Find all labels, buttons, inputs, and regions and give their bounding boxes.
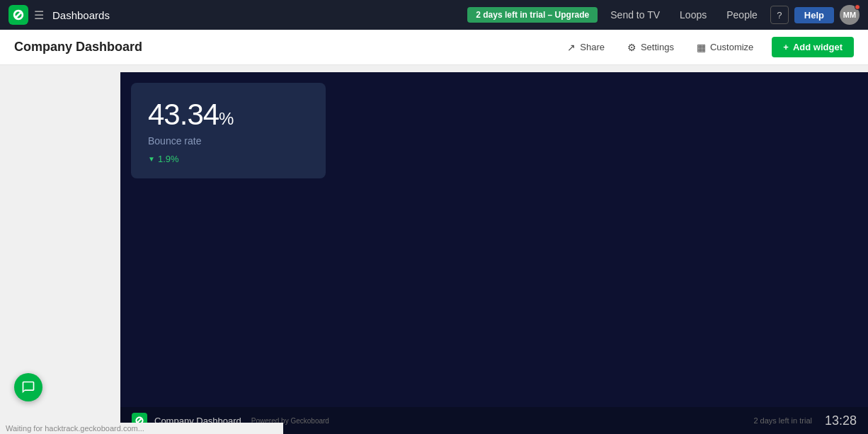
widget-change: ▼ 1.9% (148, 154, 309, 164)
footer-trial-text: 2 days left in trial (753, 416, 812, 425)
down-arrow-icon: ▼ (148, 155, 155, 163)
status-bar: Waiting for hacktrack.geckoboard.com... (0, 423, 283, 434)
logo (8, 5, 28, 25)
help-icon-button[interactable]: ? (770, 6, 789, 24)
settings-icon: ⚙ (627, 42, 636, 53)
widget-value: 43.34% (148, 100, 309, 130)
help-button[interactable]: Help (794, 7, 834, 23)
footer-time: 13:28 (825, 413, 857, 428)
sub-header: Company Dashboard ↗ Share ⚙ Settings ▦ C… (0, 30, 868, 65)
customize-button[interactable]: ▦ Customize (687, 38, 763, 57)
dashboard-area: 43.34% Bounce rate ▼ 1.9% Company Dashbo… (120, 72, 868, 434)
widget-label: Bounce rate (148, 135, 309, 147)
widget-unit: % (219, 109, 233, 128)
settings-button[interactable]: ⚙ Settings (617, 38, 684, 57)
share-button[interactable]: ↗ Share (557, 38, 615, 57)
avatar[interactable]: MM (840, 5, 860, 25)
nav-title: Dashboards (52, 9, 462, 21)
customize-icon: ▦ (697, 42, 706, 53)
notification-dot (855, 4, 860, 10)
loops-link[interactable]: Loops (673, 9, 714, 21)
menu-icon[interactable]: ☰ (34, 8, 44, 22)
main-content: 43.34% Bounce rate ▼ 1.9% Company Dashbo… (0, 65, 868, 434)
header-actions: ↗ Share ⚙ Settings ▦ Customize + Add wid… (557, 37, 854, 57)
share-icon: ↗ (567, 42, 576, 53)
bounce-rate-widget: 43.34% Bounce rate ▼ 1.9% (131, 83, 326, 178)
add-widget-button[interactable]: + Add widget (772, 37, 854, 57)
page-title: Company Dashboard (14, 40, 557, 55)
top-nav: ☰ Dashboards 2 days left in trial – Upgr… (0, 0, 868, 30)
plus-icon: + (783, 42, 789, 52)
people-link[interactable]: People (719, 9, 765, 21)
trial-badge[interactable]: 2 days left in trial – Upgrade (467, 7, 598, 23)
send-to-tv-link[interactable]: Send to TV (603, 9, 667, 21)
chat-bubble-button[interactable] (14, 373, 42, 401)
